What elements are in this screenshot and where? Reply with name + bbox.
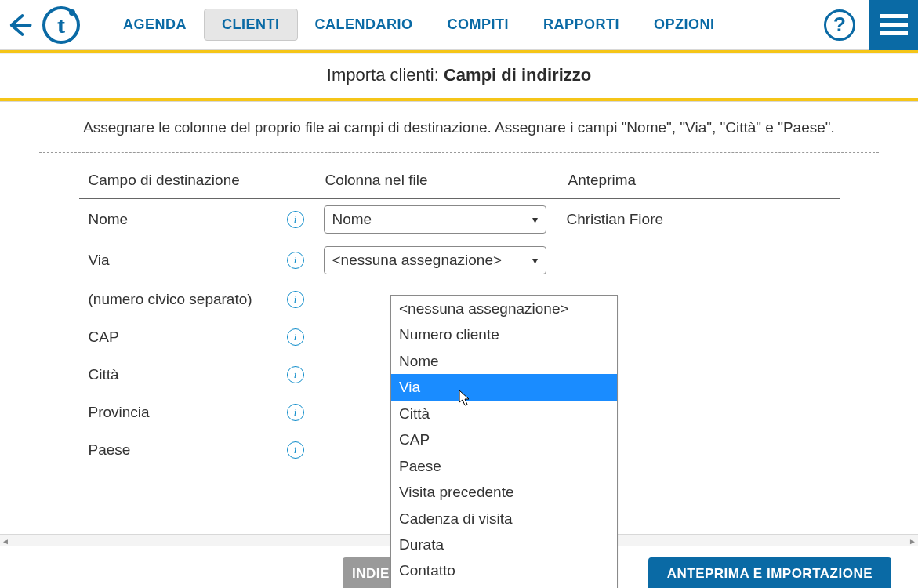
- dest-text: Provincia: [89, 404, 150, 421]
- dest-text: Via: [89, 252, 110, 269]
- chevron-down-icon: ▾: [532, 254, 538, 267]
- hamburger-icon: [880, 14, 908, 36]
- nav-compiti[interactable]: COMPITI: [430, 9, 527, 40]
- scroll-left-icon[interactable]: ◄: [2, 537, 9, 546]
- info-icon[interactable]: i: [287, 441, 304, 459]
- header-col: Colonna nel file: [314, 164, 557, 199]
- help-button[interactable]: ?: [824, 9, 855, 41]
- nav-rapporti[interactable]: RAPPORTI: [526, 9, 637, 40]
- app-logo: t: [39, 5, 82, 45]
- page-title-prefix: Importa clienti:: [327, 65, 444, 85]
- dropdown-option-selected[interactable]: Via: [391, 374, 617, 400]
- col-select-cell: Nome ▾: [314, 199, 557, 240]
- back-button[interactable]: [0, 12, 39, 38]
- dest-text: Città: [89, 366, 119, 383]
- divider: [39, 152, 879, 153]
- svg-rect-4: [880, 14, 908, 18]
- info-icon[interactable]: i: [287, 211, 304, 228]
- dropdown-option[interactable]: Nome: [391, 348, 617, 374]
- dest-label: Provincia i: [79, 394, 314, 431]
- instruction-text: Assegnare le colonne del proprio file ai…: [39, 119, 879, 152]
- info-icon[interactable]: i: [287, 404, 304, 421]
- scroll-right-icon[interactable]: ►: [909, 537, 916, 546]
- arrow-left-icon: [6, 12, 33, 38]
- header-preview: Anteprima: [557, 164, 840, 199]
- page-title-main: Campi di indirizzo: [444, 65, 591, 85]
- dropdown-option[interactable]: Durata: [391, 532, 617, 557]
- column-select-via[interactable]: <nessuna assegnazione> ▾: [324, 246, 546, 274]
- column-dropdown[interactable]: <nessuna assegnazione> Numero cliente No…: [390, 295, 618, 588]
- dropdown-option[interactable]: <nessuna assegnazione>: [391, 296, 617, 321]
- info-icon[interactable]: i: [287, 252, 304, 269]
- svg-rect-6: [880, 31, 908, 35]
- nav-clienti[interactable]: CLIENTI: [204, 9, 298, 41]
- preview-import-button[interactable]: ANTEPRIMA E IMPORTAZIONE: [648, 557, 891, 588]
- dest-label: Via i: [79, 240, 314, 281]
- dest-text: CAP: [89, 328, 119, 346]
- preview-cell: Christian Fiore: [557, 199, 840, 240]
- dest-text: (numero civico separato): [89, 291, 252, 308]
- info-icon[interactable]: i: [287, 328, 304, 346]
- dest-text: Nome: [89, 211, 129, 228]
- svg-text:t: t: [57, 12, 65, 38]
- dest-label: Nome i: [79, 199, 314, 240]
- header-dest: Campo di destinazione: [79, 164, 314, 199]
- dropdown-option[interactable]: Città: [391, 401, 617, 426]
- main-nav: AGENDA CLIENTI CALENDARIO COMPITI RAPPOR…: [106, 9, 869, 41]
- dropdown-option[interactable]: CAP: [391, 426, 617, 452]
- nav-opzioni[interactable]: OPZIONI: [637, 9, 732, 40]
- chevron-down-icon: ▾: [532, 213, 538, 226]
- menu-button[interactable]: [869, 0, 918, 50]
- select-value: Nome: [332, 211, 372, 228]
- info-icon[interactable]: i: [287, 366, 304, 383]
- svg-point-2: [69, 9, 75, 16]
- dest-label: CAP i: [79, 318, 314, 356]
- dest-label: Città i: [79, 356, 314, 394]
- nav-agenda[interactable]: AGENDA: [106, 9, 204, 40]
- col-select-cell: <nessuna assegnazione> ▾: [314, 240, 557, 281]
- nav-calendario[interactable]: CALENDARIO: [298, 9, 430, 40]
- dropdown-option[interactable]: Paese: [391, 453, 617, 479]
- dropdown-option[interactable]: Telefono: [391, 584, 617, 588]
- dropdown-option[interactable]: Visita precedente: [391, 479, 617, 505]
- page-title: Importa clienti: Campi di indirizzo: [0, 53, 918, 98]
- dest-label: (numero civico separato) i: [79, 281, 314, 318]
- dest-label: Paese i: [79, 431, 314, 469]
- select-value: <nessuna assegnazione>: [332, 252, 503, 269]
- dropdown-option[interactable]: Cadenza di visita: [391, 506, 617, 532]
- svg-rect-5: [880, 23, 908, 27]
- preview-cell: [557, 240, 840, 281]
- column-select-nome[interactable]: Nome ▾: [324, 205, 546, 234]
- dest-text: Paese: [89, 441, 131, 459]
- dropdown-option[interactable]: Numero cliente: [391, 321, 617, 347]
- info-icon[interactable]: i: [287, 291, 304, 308]
- dropdown-option[interactable]: Contatto: [391, 557, 617, 583]
- top-bar: t AGENDA CLIENTI CALENDARIO COMPITI RAPP…: [0, 0, 918, 50]
